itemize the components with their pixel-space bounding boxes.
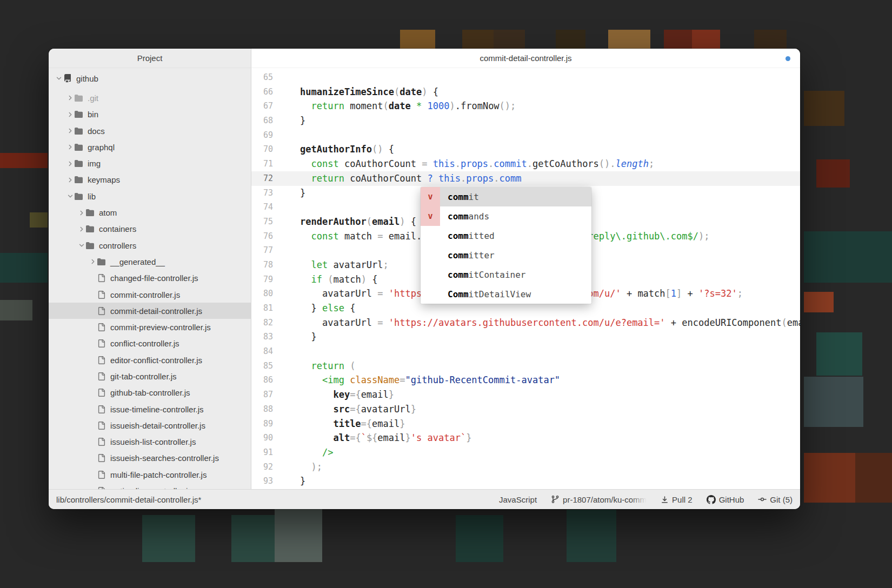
background-tile [816,159,850,188]
file-icon [97,438,110,446]
code-line-89[interactable]: 89 title={email} [251,417,800,431]
autocomplete-item-commit[interactable]: vcommit [421,187,591,206]
code-line-92[interactable]: 92 ); [251,460,800,475]
file-icon [97,471,110,479]
status-branch[interactable]: pr-1807/atom/ku-comm [551,495,647,504]
tree-item-git-tab-controller-js[interactable]: git-tab-controller.js [49,368,251,384]
code-line-93[interactable]: 93} [251,474,800,489]
tree-item-commit-preview-controller-js[interactable]: commit-preview-controller.js [49,319,251,335]
code-line-85[interactable]: 85 return ( [251,359,800,373]
background-tile [816,332,862,376]
chevron-right-icon[interactable] [65,176,75,184]
chevron-right-icon[interactable] [65,160,75,168]
background-tile [0,300,32,320]
chevron-right-icon[interactable] [65,111,75,118]
status-file-path: lib/controllers/commit-detail-controller… [56,495,201,504]
tree-item-docs[interactable]: docs [49,123,251,139]
tree-item-generated[interactable]: __generated__ [49,253,251,270]
status-github[interactable]: GitHub [707,495,744,504]
chevron-right-icon[interactable] [65,143,75,151]
tree-item-img[interactable]: img [49,155,251,171]
autocomplete-item-commitcontainer[interactable]: commitContainer [421,265,591,284]
code-line-69[interactable]: 69 [251,128,800,143]
status-language[interactable]: JavaScript [499,495,537,504]
tree-item-containers[interactable]: containers [49,221,251,237]
tree-item-conflict-controller-js[interactable]: conflict-controller.js [49,336,251,352]
chevron-right-icon[interactable] [77,209,86,217]
tree-item-controllers[interactable]: controllers [49,237,251,253]
chevron-right-icon[interactable] [65,127,75,135]
tree-item-keymaps[interactable]: keymaps [49,172,251,188]
project-panel-title: Project [49,49,251,68]
tree-item-commit-controller-js[interactable]: commit-controller.js [49,286,251,303]
project-panel: Project github.gitbindocsgraphqlimgkeyma… [49,49,251,489]
tree-item-issueish-list-controller-js[interactable]: issueish-list-controller.js [49,434,251,450]
tree-item-commit-detail-controller-js[interactable]: commit-detail-controller.js [49,303,251,319]
code-line-87[interactable]: 87 key={email} [251,387,800,402]
autocomplete-item-committed[interactable]: committed [421,226,591,245]
code-line-90[interactable]: 90 alt={`${email}'s avatar`} [251,431,800,445]
line-number: 89 [251,417,282,431]
code-text: ); [282,460,800,475]
folder-icon [75,143,87,151]
autocomplete-item-committer[interactable]: committer [421,245,591,265]
code-line-86[interactable]: 86 <img className="github-RecentCommit-a… [251,373,800,387]
tree-item-label: commit-detail-controller.js [110,306,202,316]
status-git[interactable]: Git (5) [758,495,793,504]
tree-item-bin[interactable]: bin [49,106,251,123]
code-line-70[interactable]: 70getAuthorInfo() { [251,142,800,157]
tree-item-git[interactable]: .git [49,90,251,106]
code-text: } [282,330,800,344]
tree-item-changed-file-controller-js[interactable]: changed-file-controller.js [49,270,251,286]
status-github-label: GitHub [719,495,744,504]
code-line-71[interactable]: 71 const coAuthorCount = this.props.comm… [251,157,800,171]
chevron-down-icon[interactable] [54,75,63,82]
tree-item-editor-conflict-controller-js[interactable]: editor-conflict-controller.js [49,352,251,368]
chevron-down-icon[interactable] [77,242,86,249]
tree-item-lib[interactable]: lib [49,188,251,204]
tree-item-label: controllers [98,241,136,250]
code-line-65[interactable]: 65 [251,70,800,85]
git-commit-icon [758,495,767,504]
background-tile [0,153,48,168]
chevron-right-icon[interactable] [65,94,75,102]
tree-item-issue-timeline-controller-js[interactable]: issue-timeline-controller.js [49,401,251,417]
tree-item-atom[interactable]: atom [49,204,251,220]
suggestion-type-badge: v [421,206,440,226]
line-number: 91 [251,445,282,460]
chevron-right-icon[interactable] [88,258,97,265]
code-line-72[interactable]: 72 return coAuthorCount ? this.props.com… [251,171,800,186]
tree-item-issueish-searches-controller-js[interactable]: issueish-searches-controller.js [49,450,251,466]
chevron-right-icon[interactable] [77,225,86,233]
chevron-down-icon[interactable] [65,192,75,200]
tree-item-github[interactable]: github [49,70,251,86]
code-line-68[interactable]: 68} [251,113,800,128]
code-line-88[interactable]: 88 src={avatarUrl} [251,402,800,417]
code-line-91[interactable]: 91 /> [251,445,800,460]
code-line-82[interactable]: 82 avatarUrl = 'https://avatars.githubus… [251,316,800,330]
folder-icon [75,159,87,168]
line-number: 80 [251,286,282,301]
code-text: title={email} [282,417,800,431]
line-number: 69 [251,128,282,143]
code-line-83[interactable]: 83 } [251,330,800,344]
code-line-67[interactable]: 67 return moment(date * 1000).fromNow(); [251,99,800,113]
autocomplete-item-commands[interactable]: vcommands [421,206,591,226]
suggestion-badge-spacer [421,265,440,284]
status-pull[interactable]: Pull 2 [661,495,693,504]
tree-item-label: commit-preview-controller.js [110,323,211,332]
tree-item-multi-file-patch-controller-js[interactable]: multi-file-patch-controller.js [49,466,251,483]
status-git-label: Git (5) [770,495,793,504]
autocomplete-item-commitdetailview[interactable]: CommitDetailView [421,284,591,304]
tree-item-label: .git [87,93,98,103]
code-line-84[interactable]: 84 [251,344,800,359]
repo-icon [63,74,76,83]
line-number: 71 [251,157,282,171]
file-icon [97,339,110,348]
tree-item-issueish-detail-controller-js[interactable]: issueish-detail-controller.js [49,417,251,433]
background-tile [142,515,195,562]
tree-item-github-tab-controller-js[interactable]: github-tab-controller.js [49,385,251,401]
tree-item-graphql[interactable]: graphql [49,139,251,155]
code-line-66[interactable]: 66humanizeTimeSince(date) { [251,85,800,99]
tree-item-pr-timeline-controller-js[interactable]: pr-timeline-controller.js [49,483,251,489]
